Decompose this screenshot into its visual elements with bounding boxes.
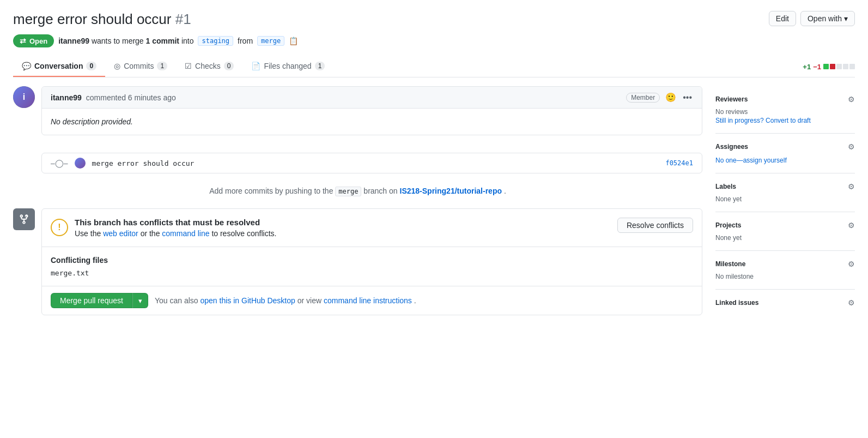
projects-value: None yet [715, 234, 855, 242]
member-badge: Member [626, 93, 660, 103]
assignees-gear-icon[interactable]: ⚙ [848, 142, 855, 151]
tab-conversation[interactable]: 💬 Conversation 0 [13, 56, 105, 77]
open-with-button[interactable]: Open with ▾ [800, 11, 855, 26]
resolve-conflicts-button[interactable]: Resolve conflicts [617, 218, 693, 233]
avatar: i [13, 86, 35, 108]
tab-checks[interactable]: ☑ Checks 0 [176, 56, 242, 77]
web-editor-link[interactable]: web editor [103, 229, 138, 238]
pr-meta-text: itanne99 wants to merge 1 commit into [58, 37, 193, 45]
conflict-desc: Use the web editor or the command line t… [75, 229, 276, 238]
labels-gear-icon[interactable]: ⚙ [848, 182, 855, 191]
commit-node-icon: –◯– [51, 159, 68, 167]
files-tab-label: Files changed [264, 62, 311, 70]
command-line-instructions-link[interactable]: command line instructions [324, 296, 412, 305]
conflicting-files-title: Conflicting files [51, 256, 693, 265]
status-badge: ⇄ Open [13, 34, 54, 47]
merge-dropdown-button[interactable]: ▾ [132, 293, 148, 308]
diff-bar [823, 64, 855, 69]
merge-button-group: Merge pull request ▾ [51, 293, 148, 308]
commit-count: 1 commit [146, 37, 179, 45]
github-desktop-link[interactable]: open this in GitHub Desktop [201, 296, 295, 305]
reviewers-value: No reviews [715, 108, 855, 116]
conversation-icon: 💬 [22, 62, 31, 70]
pr-meta: ⇄ Open itanne99 wants to merge 1 commit … [13, 34, 855, 47]
conflict-title: This branch has conflicts that must be r… [75, 218, 276, 227]
sidebar-reviewers: Reviewers ⚙ No reviews Still in progress… [715, 86, 855, 134]
commits-icon: ◎ [114, 62, 120, 70]
emoji-button[interactable]: 🙂 [664, 91, 677, 104]
reviewers-title: Reviewers [715, 95, 748, 103]
assignees-title: Assignees [715, 143, 748, 151]
repo-link[interactable]: IS218-Spring21/tutorial-repo [400, 187, 502, 195]
pr-number: #1 [175, 11, 191, 27]
merge-section-wrapper: ! This branch has conflicts that must be… [13, 208, 702, 324]
conversation-tab-label: Conversation [34, 62, 83, 70]
conflict-box: ! This branch has conflicts that must be… [42, 209, 702, 247]
comment-header-left: itanne99 commented 6 minutes ago [51, 93, 176, 102]
merge-section-icon [13, 208, 35, 230]
edit-button[interactable]: Edit [769, 11, 796, 26]
target-branch[interactable]: staging [198, 36, 233, 46]
projects-gear-icon[interactable]: ⚙ [848, 221, 855, 230]
diff-sq-red-1 [830, 64, 835, 69]
files-count: 1 [315, 62, 325, 70]
checks-count: 0 [224, 62, 234, 70]
copy-icon[interactable]: 📋 [289, 37, 298, 45]
linked-issues-title: Linked issues [715, 299, 758, 307]
comment-time: commented 6 minutes ago [86, 93, 176, 102]
avatar-placeholder: i [13, 86, 35, 108]
sidebar-assignees: Assignees ⚙ No one—assign yourself [715, 134, 855, 173]
diff-sq-gray-1 [836, 64, 842, 69]
milestone-gear-icon[interactable]: ⚙ [848, 260, 855, 268]
chevron-down-icon: ▾ [844, 14, 848, 23]
pr-title: merge error should occur #1 [13, 11, 191, 28]
labels-title: Labels [715, 183, 736, 190]
diff-sq-gray-3 [849, 64, 855, 69]
merge-icon: ⇄ [20, 37, 26, 45]
checks-tab-label: Checks [195, 62, 221, 70]
comment-header-right: Member 🙂 ••• [626, 91, 693, 104]
sidebar: Reviewers ⚙ No reviews Still in progress… [715, 86, 855, 324]
tab-commits[interactable]: ◎ Commits 1 [105, 56, 176, 77]
command-line-link[interactable]: command line [162, 229, 209, 238]
assignees-header: Assignees ⚙ [715, 142, 855, 151]
main-layout: i itanne99 commented 6 minutes ago Membe… [13, 86, 855, 324]
comment-author: itanne99 [51, 93, 82, 102]
sidebar-linked-issues: Linked issues ⚙ [715, 290, 855, 320]
tab-files-changed[interactable]: 📄 Files changed 1 [242, 56, 333, 77]
reviewers-gear-icon[interactable]: ⚙ [848, 95, 855, 104]
linked-issues-gear-icon[interactable]: ⚙ [848, 298, 855, 307]
header-buttons: Edit Open with ▾ [769, 11, 855, 26]
milestone-header: Milestone ⚙ [715, 260, 855, 268]
milestone-title: Milestone [715, 260, 745, 268]
open-with-label: Open with [808, 14, 842, 23]
push-info: Add more commits by pushing to the merge… [13, 182, 702, 200]
diff-stat: +1 −1 [803, 58, 855, 75]
merge-pull-request-button[interactable]: Merge pull request [51, 293, 132, 308]
warning-icon: ! [51, 219, 68, 236]
labels-header: Labels ⚙ [715, 182, 855, 191]
diff-sq-green-1 [823, 64, 829, 69]
sidebar-projects: Projects ⚙ None yet [715, 212, 855, 251]
comment-text: No description provided. [51, 117, 133, 126]
commit-row: –◯– merge error should occur f0524e1 [41, 153, 702, 173]
more-options-button[interactable]: ••• [682, 92, 693, 104]
merge-info: You can also open this in GitHub Desktop… [155, 296, 416, 305]
merge-button-area: Merge pull request ▾ You can also open t… [42, 286, 702, 315]
projects-header: Projects ⚙ [715, 221, 855, 230]
source-branch[interactable]: merge [257, 36, 284, 46]
assign-yourself-link[interactable]: No one—assign yourself [715, 157, 787, 164]
push-branch: merge [335, 187, 361, 196]
merge-conflict-section: ! This branch has conflicts that must be… [41, 208, 702, 315]
commits-tab-label: Commits [124, 62, 154, 70]
status-label: Open [29, 37, 47, 45]
conversation-count: 0 [86, 62, 96, 70]
commits-count: 1 [157, 62, 167, 70]
diff-deletions: −1 [813, 63, 821, 71]
commit-sha[interactable]: f0524e1 [665, 159, 693, 167]
comment-section: i itanne99 commented 6 minutes ago Membe… [13, 86, 702, 144]
tabs-bar: 💬 Conversation 0 ◎ Commits 1 ☑ Checks 0 … [13, 56, 855, 77]
labels-value: None yet [715, 195, 855, 203]
files-icon: 📄 [251, 62, 260, 70]
convert-to-draft-link[interactable]: Still in progress? Convert to draft [715, 117, 811, 124]
